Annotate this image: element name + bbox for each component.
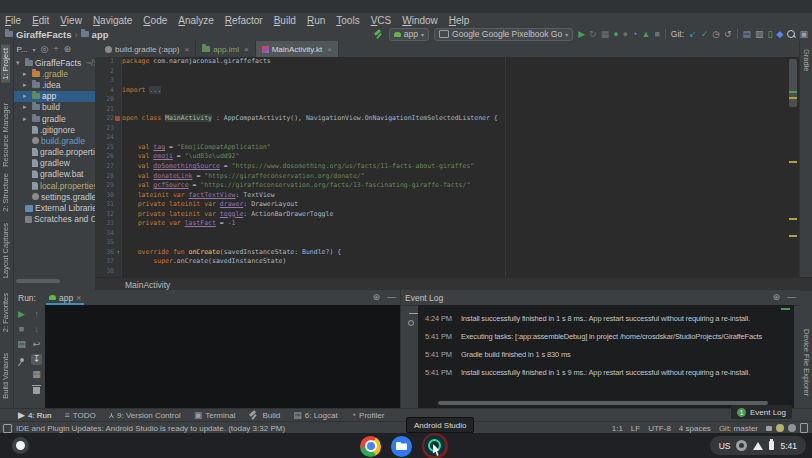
sdk-manager-icon[interactable]: ◆ (777, 30, 784, 39)
menu-refactor[interactable]: Refactor (225, 15, 263, 26)
bookmark-icon[interactable] (115, 116, 120, 121)
rollback-icon[interactable]: ↺ (724, 30, 732, 39)
device-select[interactable]: Google Google Pixelbook Go ▾ (434, 28, 573, 41)
restore-layout-icon[interactable]: ▤ (17, 340, 26, 349)
menu-view[interactable]: View (60, 15, 82, 26)
breadcrumb-item-giraffefacts[interactable]: GiraffeFacts (5, 29, 71, 40)
toolwindow-build[interactable]: Build (248, 410, 280, 421)
tree-item-settings-gradle[interactable]: settings.gradle (14, 191, 95, 202)
toolbar-settings-icon[interactable]: ▣ (799, 30, 808, 39)
toolwindow-todo[interactable]: ≡TODO (65, 411, 96, 420)
tool-stripe-layout-captures[interactable]: Layout Captures (1, 223, 10, 278)
panel-settings-icon[interactable]: ⊛ (63, 45, 71, 54)
rerun-icon[interactable]: ▶ (18, 310, 25, 319)
event-log-entry[interactable]: 5:41 PMGradle build finished in 1 s 830 … (425, 350, 794, 359)
toolwindow-4-run[interactable]: ▶4: Run (18, 411, 52, 420)
tree-item-giraffefacts[interactable]: ▾GiraffeFacts~/S (14, 57, 95, 68)
tab-build-gradle-app-[interactable]: build.gradle (:app)× (99, 41, 196, 57)
tree-item--gitignore[interactable]: .gitignore (14, 124, 95, 135)
menu-file[interactable]: File (5, 15, 21, 26)
scroll-to-end-icon[interactable]: ↧ (33, 355, 41, 364)
tool-stripe-2-structure[interactable]: 2: Structure (1, 173, 10, 212)
menu-code[interactable]: Code (143, 15, 167, 26)
menu-window[interactable]: Window (402, 15, 438, 26)
launcher-button[interactable] (12, 437, 29, 454)
expand-arrow-icon[interactable]: ▸ (23, 70, 30, 78)
stop-icon[interactable]: ■ (654, 30, 659, 39)
tree-item-gradlew-bat[interactable]: gradlew.bat (14, 169, 95, 180)
tray-account-icon[interactable] (736, 440, 747, 451)
debug-icon[interactable]: ● (613, 30, 618, 39)
menu-navigate[interactable]: Navigate (93, 15, 132, 26)
ime-indicator[interactable]: US (719, 441, 731, 451)
status-4-spaces[interactable]: 4 spaces (679, 424, 711, 433)
tab-mainactivity-kt[interactable]: MainActivity.kt× (256, 41, 339, 57)
tree-item--idea[interactable]: ▸.idea (14, 79, 95, 90)
up-stack-trace-icon[interactable]: ↑ (34, 310, 39, 319)
run-console[interactable] (45, 305, 400, 408)
close-icon[interactable]: × (184, 45, 189, 54)
avd-manager-icon[interactable]: ▯ (768, 30, 773, 39)
panel-settings-icon[interactable]: ⊛ (772, 293, 780, 302)
apply-code-changes-icon[interactable]: ▲ (641, 30, 650, 39)
event-log-entry[interactable]: 5:41 PMExecuting tasks: [:app:assembleDe… (425, 332, 794, 341)
toolwindow-terminal[interactable]: ▣Terminal (194, 411, 236, 420)
run-icon[interactable]: ▶ (578, 30, 585, 39)
feedback-icon[interactable] (788, 424, 796, 432)
apply-changes-icon[interactable]: ↻ (589, 30, 597, 39)
expand-arrow-icon[interactable]: ▸ (23, 115, 30, 123)
lock-icon[interactable] (766, 426, 772, 431)
device-file-explorer-icon[interactable]: ▤ (743, 30, 752, 39)
menu-edit[interactable]: Edit (32, 15, 49, 26)
tree-item-app[interactable]: ▸app (14, 91, 95, 102)
update-project-icon[interactable]: ↙ (689, 30, 697, 39)
expand-arrow-icon[interactable]: ▸ (23, 92, 30, 100)
toolwindow-profiler[interactable]: ◔Profiler (351, 411, 385, 420)
tree-item-scratches-and-consoles[interactable]: Scratches and Consoles (14, 214, 95, 225)
breadcrumb-item-app[interactable]: app (81, 29, 109, 40)
menu-vcs[interactable]: VCS (371, 15, 392, 26)
coverage-icon[interactable]: ▦ (601, 30, 610, 39)
code-editor[interactable]: 12342021222324252627282930313233343536↑3… (95, 57, 799, 277)
files-icon[interactable] (391, 436, 412, 457)
profiler-icon[interactable]: ◔ (632, 30, 637, 39)
close-icon[interactable]: × (76, 293, 81, 303)
tool-stripe-device-file-explorer[interactable]: Device File Explorer (802, 329, 811, 396)
history-icon[interactable]: ◷ (712, 30, 720, 39)
hammer-icon[interactable] (373, 29, 384, 40)
tool-stripe-2-favorites[interactable]: 2: Favorites (1, 293, 10, 332)
event-log-content[interactable]: 4:24 PMInstall successfully finished in … (418, 305, 794, 408)
scrollbar-thumb[interactable] (789, 59, 797, 107)
tree-item-build-gradle[interactable]: build.gradle (14, 135, 95, 146)
tree-item-external-libraries[interactable]: External Libraries (14, 202, 95, 213)
pin-icon[interactable] (19, 357, 25, 363)
expand-arrow-icon[interactable]: ▸ (23, 103, 30, 111)
collapse-all-icon[interactable]: ÷ (53, 45, 58, 54)
tree-item-build[interactable]: ▸build (14, 102, 95, 113)
menu-run[interactable]: Run (307, 15, 325, 26)
tab-app-iml[interactable]: app.iml× (196, 41, 255, 57)
highlight-level-icon[interactable] (776, 424, 784, 432)
tree-item--gradle[interactable]: ▸.gradle (14, 68, 95, 79)
override-marker-icon[interactable]: ↑ (115, 249, 120, 254)
toolwindow-9-version-control[interactable]: Y9: Version Control (109, 411, 181, 420)
event-log-hscrollbar[interactable] (438, 401, 768, 405)
status-message[interactable]: IDE and Plugin Updates: Android Studio i… (0, 424, 285, 433)
close-icon[interactable]: × (244, 45, 249, 54)
status-utf-8[interactable]: UTF-8 (648, 424, 671, 433)
status-lf[interactable]: LF (631, 424, 640, 433)
run-tab-app[interactable]: app × (46, 290, 84, 305)
menu-build[interactable]: Build (274, 15, 296, 26)
system-tray[interactable]: US 5:41 (710, 436, 806, 455)
stop-icon[interactable]: ■ (19, 325, 24, 334)
tree-item-gradle[interactable]: ▸gradle (14, 113, 95, 124)
breadcrumb-class[interactable]: MainActivity (125, 280, 170, 290)
tool-stripe-1-project[interactable]: 1: Project (1, 45, 10, 83)
editor-scrollbar[interactable] (787, 57, 799, 277)
toolwindow-6-logcat[interactable]: ▤6: Logcat (293, 411, 337, 420)
layout-inspector-icon[interactable]: ▥ (755, 30, 764, 39)
attach-debugger-icon[interactable]: ● (623, 30, 628, 39)
status-1-1[interactable]: 1:1 (612, 424, 623, 433)
print-icon[interactable]: ▦ (32, 370, 41, 379)
chrome-icon[interactable] (360, 436, 381, 457)
